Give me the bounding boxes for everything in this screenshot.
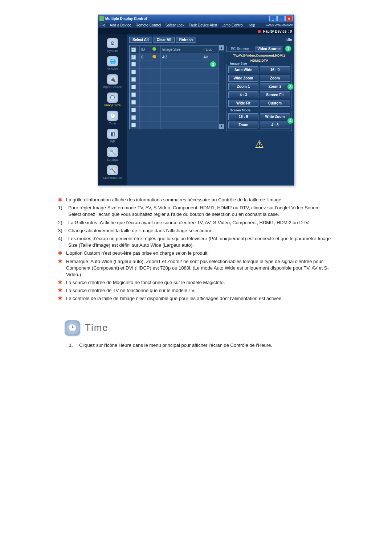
callout-badge-3: 3 bbox=[287, 83, 294, 90]
time-step-1: 1. Cliquez sur l'icône Heure dans le men… bbox=[69, 342, 359, 349]
table-row[interactable] bbox=[130, 76, 224, 84]
header-checkbox[interactable] bbox=[131, 48, 136, 52]
note-text: Les modes d'écran ne peuvent être réglés… bbox=[68, 235, 334, 249]
sidebar-item-label: Settings bbox=[107, 158, 119, 161]
screen-mode-option[interactable]: 16 : 9 bbox=[228, 113, 258, 120]
scrollbar[interactable]: ▲ ▼ bbox=[219, 45, 224, 129]
sidebar-item-settings[interactable]: 🔧 Settings bbox=[98, 145, 127, 164]
table-row[interactable] bbox=[130, 114, 224, 122]
close-button[interactable]: ✕ bbox=[285, 16, 293, 21]
cell-id bbox=[140, 84, 151, 91]
row-checkbox[interactable] bbox=[131, 108, 136, 112]
row-checkbox[interactable] bbox=[131, 100, 136, 104]
right-panel: PC Source Video Source 1 TV,AV,S-Video,C… bbox=[226, 45, 292, 151]
row-checkbox[interactable] bbox=[131, 77, 136, 82]
image-size-option[interactable]: Zoom 1 bbox=[228, 83, 258, 90]
table-row[interactable] bbox=[130, 122, 224, 130]
table-row[interactable] bbox=[130, 91, 224, 99]
col-status[interactable] bbox=[151, 46, 161, 53]
menu-lamp-control[interactable]: Lamp Control bbox=[221, 23, 243, 27]
step-text: Cliquez sur l'icône Heure dans le menu p… bbox=[79, 342, 359, 349]
table-row[interactable] bbox=[130, 99, 224, 107]
menu-remote-control[interactable]: Remote Control bbox=[136, 23, 161, 27]
screen-mode-group: Screen Mode 16 : 9Wide ZoomZoom4 : 3 bbox=[226, 111, 292, 131]
cell-id bbox=[140, 114, 151, 122]
row-checkbox[interactable] bbox=[131, 85, 136, 89]
refresh-button[interactable]: Refresh bbox=[176, 37, 196, 43]
table-row[interactable]: 04:3AV bbox=[130, 53, 224, 61]
sidebar-item-maintenance[interactable]: 🔨 Maintenance bbox=[98, 164, 127, 182]
minimize-button[interactable]: _ bbox=[269, 16, 277, 21]
cell-id bbox=[140, 76, 151, 84]
menu-file[interactable]: File bbox=[99, 23, 105, 27]
status-idle: Idle bbox=[286, 38, 292, 42]
menu-add-device[interactable]: Add a Device bbox=[110, 23, 131, 27]
cell-id bbox=[140, 122, 151, 130]
hammer-icon: 🔨 bbox=[107, 165, 118, 175]
star-icon: ✱ bbox=[58, 197, 63, 203]
table-row[interactable] bbox=[130, 107, 224, 114]
cell-id: 0 bbox=[140, 53, 151, 61]
menu-safety-lock[interactable]: Safety Lock bbox=[166, 23, 184, 27]
cell-id bbox=[140, 99, 151, 107]
screen-mode-option[interactable]: Wide Zoom bbox=[260, 113, 290, 120]
faulty-device-label: Faulty Device : 0 bbox=[263, 29, 292, 33]
sidebar-item-pip[interactable]: ◧ PIP bbox=[98, 127, 127, 145]
status-icon bbox=[152, 55, 156, 58]
scroll-up-button[interactable]: ▲ bbox=[219, 45, 224, 50]
note-line: 4)Les modes d'écran ne peuvent être régl… bbox=[58, 235, 334, 249]
row-checkbox[interactable] bbox=[131, 93, 136, 97]
image-size-option[interactable]: Screen Fit bbox=[260, 91, 290, 98]
note-number: 2) bbox=[58, 219, 65, 226]
row-checkbox[interactable] bbox=[131, 115, 136, 120]
image-size-option[interactable]: 16 : 9 bbox=[260, 66, 290, 73]
sidebar-item-label: Image Size bbox=[104, 103, 121, 107]
row-checkbox[interactable] bbox=[131, 62, 136, 66]
image-size-option[interactable]: Zoom 2 bbox=[260, 83, 290, 90]
image-size-option[interactable]: 4 : 3 bbox=[228, 91, 258, 98]
sidebar-item-label: Input Source bbox=[103, 85, 122, 89]
note-text: L'option Custom n'est peut-être pas pris… bbox=[66, 250, 334, 257]
row-checkbox[interactable] bbox=[131, 55, 136, 59]
menu-fault-device-alert[interactable]: Fault Device Alert bbox=[189, 23, 217, 27]
plug-icon: 🔌 bbox=[107, 74, 118, 85]
col-id[interactable]: ID bbox=[140, 46, 151, 53]
note-line: ✱Remarque: Auto Wide (Largeur auto), Zoo… bbox=[58, 258, 334, 278]
select-all-button[interactable]: Select All bbox=[129, 37, 152, 43]
table-row[interactable] bbox=[130, 69, 224, 76]
sidebar-item-network[interactable]: 🌐 Network bbox=[98, 55, 127, 73]
sidebar-item-system[interactable]: ⚙ System bbox=[98, 37, 127, 55]
sidebar-item-image-size[interactable]: 🖵 Image Size bbox=[98, 91, 127, 109]
sidebar: ⚙ System 🌐 Network 🔌 Input Source 🖵 Imag… bbox=[98, 34, 127, 185]
tab-video-source[interactable]: Video Source bbox=[256, 46, 282, 52]
scroll-down-button[interactable]: ▼ bbox=[219, 124, 224, 129]
image-size-option[interactable]: Zoom bbox=[260, 75, 290, 82]
image-size-legend: Image Size bbox=[229, 62, 248, 65]
screen-mode-option[interactable]: 4 : 3 bbox=[260, 122, 290, 128]
image-size-option[interactable]: Wide Zoom bbox=[228, 75, 258, 82]
clear-all-button[interactable]: Clear All bbox=[154, 37, 175, 43]
menubar: File Add a Device Remote Control Safety … bbox=[98, 22, 294, 28]
col-image-size[interactable]: Image Size bbox=[161, 46, 202, 53]
image-size-option[interactable]: Custom bbox=[260, 100, 290, 107]
star-icon: ✱ bbox=[58, 279, 63, 286]
window-buttons: _ □ ✕ bbox=[269, 16, 293, 21]
row-checkbox[interactable] bbox=[131, 123, 136, 127]
app-icon bbox=[99, 16, 104, 21]
clock-icon: 🕒 bbox=[65, 320, 80, 336]
main-area: Select All Clear All Refresh Idle ID bbox=[127, 34, 294, 185]
menu-help[interactable]: Help bbox=[248, 23, 255, 27]
note-number: 4) bbox=[58, 235, 65, 249]
sidebar-item-time[interactable]: 🕒 Time bbox=[98, 109, 127, 127]
image-size-option[interactable]: Wide Fit bbox=[228, 100, 258, 107]
sidebar-item-input-source[interactable]: 🔌 Input Source bbox=[98, 73, 127, 91]
row-checkbox[interactable] bbox=[131, 70, 136, 74]
screen-mode-option[interactable]: Zoom bbox=[228, 122, 258, 128]
cell-image-size bbox=[161, 99, 202, 107]
col-check[interactable] bbox=[130, 46, 140, 53]
callout-badge-1: 1 bbox=[285, 45, 292, 52]
image-size-option[interactable]: Auto Wide bbox=[228, 66, 258, 73]
tab-pc-source[interactable]: PC Source bbox=[226, 46, 253, 52]
table-row[interactable] bbox=[130, 84, 224, 91]
maximize-button[interactable]: □ bbox=[277, 16, 285, 21]
